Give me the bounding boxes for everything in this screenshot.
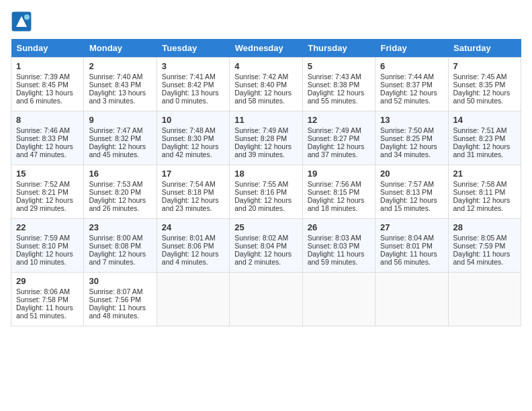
- day-number: 18: [234, 169, 297, 179]
- col-sunday: Sunday: [11, 39, 84, 58]
- daylight-text: Daylight: 12 hours and 50 minutes.: [453, 89, 511, 105]
- sunrise-text: Sunrise: 7:49 AM: [308, 126, 361, 134]
- daylight-text: Daylight: 13 hours and 6 minutes.: [16, 89, 73, 105]
- calendar-cell: 20Sunrise: 7:57 AMSunset: 8:13 PMDayligh…: [375, 165, 448, 219]
- calendar-cell: [157, 273, 229, 326]
- day-number: 3: [162, 61, 224, 71]
- calendar-cell: 8Sunrise: 7:46 AMSunset: 8:33 PMDaylight…: [11, 111, 84, 165]
- calendar-cell: 5Sunrise: 7:43 AMSunset: 8:38 PMDaylight…: [302, 58, 375, 111]
- sunrise-text: Sunrise: 8:02 AM: [234, 234, 288, 242]
- sunset-text: Sunset: 8:03 PM: [308, 242, 360, 250]
- sunrise-text: Sunrise: 7:43 AM: [308, 73, 361, 81]
- daylight-text: Daylight: 11 hours and 59 minutes.: [308, 250, 365, 266]
- daylight-text: Daylight: 13 hours and 0 minutes.: [162, 89, 219, 105]
- col-wednesday: Wednesday: [230, 39, 302, 58]
- day-number: 23: [89, 222, 151, 232]
- sunrise-text: Sunrise: 7:54 AM: [162, 180, 216, 188]
- day-number: 12: [308, 115, 370, 125]
- col-tuesday: Tuesday: [157, 39, 229, 58]
- sunset-text: Sunset: 8:18 PM: [162, 188, 214, 196]
- sunrise-text: Sunrise: 7:42 AM: [234, 73, 288, 81]
- daylight-text: Daylight: 12 hours and 39 minutes.: [234, 142, 292, 158]
- sunset-text: Sunset: 8:15 PM: [308, 188, 360, 196]
- calendar-cell: 11Sunrise: 7:49 AMSunset: 8:28 PMDayligh…: [230, 111, 302, 165]
- daylight-text: Daylight: 12 hours and 45 minutes.: [89, 142, 146, 158]
- daylight-text: Daylight: 12 hours and 20 minutes.: [234, 196, 292, 212]
- calendar-cell: 27Sunrise: 8:04 AMSunset: 8:01 PMDayligh…: [375, 219, 448, 273]
- day-number: 19: [308, 169, 370, 179]
- day-number: 11: [234, 115, 297, 125]
- sunset-text: Sunset: 8:08 PM: [89, 242, 141, 250]
- calendar-cell: [375, 273, 448, 326]
- sunrise-text: Sunrise: 8:00 AM: [89, 234, 142, 242]
- sunrise-text: Sunrise: 8:04 AM: [380, 234, 434, 242]
- col-thursday: Thursday: [302, 39, 375, 58]
- day-number: 10: [162, 115, 224, 125]
- calendar-cell: 18Sunrise: 7:55 AMSunset: 8:16 PMDayligh…: [230, 165, 302, 219]
- calendar-cell: 19Sunrise: 7:56 AMSunset: 8:15 PMDayligh…: [302, 165, 375, 219]
- calendar-cell: 29Sunrise: 8:06 AMSunset: 7:58 PMDayligh…: [11, 273, 84, 326]
- daylight-text: Daylight: 12 hours and 29 minutes.: [16, 196, 73, 212]
- sunset-text: Sunset: 7:58 PM: [16, 295, 69, 304]
- day-number: 14: [453, 115, 516, 125]
- day-number: 21: [453, 169, 516, 179]
- sunrise-text: Sunrise: 7:39 AM: [16, 73, 70, 81]
- sunrise-text: Sunrise: 7:53 AM: [89, 180, 142, 188]
- sunset-text: Sunset: 8:27 PM: [308, 134, 360, 142]
- sunrise-text: Sunrise: 8:07 AM: [89, 287, 142, 295]
- daylight-text: Daylight: 12 hours and 2 minutes.: [234, 250, 292, 266]
- sunrise-text: Sunrise: 8:03 AM: [308, 234, 361, 242]
- day-number: 8: [16, 115, 79, 125]
- sunset-text: Sunset: 8:33 PM: [16, 134, 69, 142]
- calendar-cell: 23Sunrise: 8:00 AMSunset: 8:08 PMDayligh…: [84, 219, 157, 273]
- col-saturday: Saturday: [448, 39, 521, 58]
- day-number: 29: [16, 276, 79, 286]
- day-number: 27: [380, 222, 443, 232]
- logo: [11, 11, 35, 32]
- daylight-text: Daylight: 12 hours and 7 minutes.: [89, 250, 146, 266]
- sunrise-text: Sunrise: 7:40 AM: [89, 73, 142, 81]
- sunset-text: Sunset: 8:25 PM: [380, 134, 433, 142]
- sunset-text: Sunset: 8:20 PM: [89, 188, 141, 196]
- calendar-cell: 3Sunrise: 7:41 AMSunset: 8:42 PMDaylight…: [157, 58, 229, 111]
- sunrise-text: Sunrise: 7:48 AM: [162, 126, 216, 134]
- sunset-text: Sunset: 8:23 PM: [453, 134, 506, 142]
- sunset-text: Sunset: 8:38 PM: [308, 81, 360, 89]
- day-number: 28: [453, 222, 516, 232]
- sunset-text: Sunset: 7:59 PM: [453, 242, 506, 250]
- sunrise-text: Sunrise: 8:05 AM: [453, 234, 507, 242]
- daylight-text: Daylight: 12 hours and 52 minutes.: [380, 89, 437, 105]
- sunrise-text: Sunrise: 7:52 AM: [16, 180, 70, 188]
- day-number: 6: [380, 61, 443, 71]
- daylight-text: Daylight: 12 hours and 26 minutes.: [89, 196, 146, 212]
- calendar-cell: 13Sunrise: 7:50 AMSunset: 8:25 PMDayligh…: [375, 111, 448, 165]
- daylight-text: Daylight: 12 hours and 47 minutes.: [16, 142, 73, 158]
- sunset-text: Sunset: 8:04 PM: [234, 242, 287, 250]
- calendar-cell: 2Sunrise: 7:40 AMSunset: 8:43 PMDaylight…: [84, 58, 157, 111]
- logo-icon: [11, 11, 32, 32]
- calendar-cell: 24Sunrise: 8:01 AMSunset: 8:06 PMDayligh…: [157, 219, 229, 273]
- sunrise-text: Sunrise: 7:56 AM: [308, 180, 361, 188]
- sunrise-text: Sunrise: 7:46 AM: [16, 126, 70, 134]
- calendar-cell: 21Sunrise: 7:58 AMSunset: 8:11 PMDayligh…: [448, 165, 521, 219]
- sunset-text: Sunset: 8:32 PM: [89, 134, 141, 142]
- calendar-cell: 14Sunrise: 7:51 AMSunset: 8:23 PMDayligh…: [448, 111, 521, 165]
- calendar-cell: 6Sunrise: 7:44 AMSunset: 8:37 PMDaylight…: [375, 58, 448, 111]
- calendar-cell: 7Sunrise: 7:45 AMSunset: 8:35 PMDaylight…: [448, 58, 521, 111]
- header-row: Sunday Monday Tuesday Wednesday Thursday…: [11, 39, 521, 58]
- col-friday: Friday: [375, 39, 448, 58]
- sunset-text: Sunset: 8:06 PM: [162, 242, 214, 250]
- day-number: 26: [308, 222, 370, 232]
- daylight-text: Daylight: 12 hours and 34 minutes.: [380, 142, 437, 158]
- day-number: 25: [234, 222, 297, 232]
- sunset-text: Sunset: 8:30 PM: [162, 134, 214, 142]
- calendar-cell: 30Sunrise: 8:07 AMSunset: 7:56 PMDayligh…: [84, 273, 157, 326]
- calendar-cell: 16Sunrise: 7:53 AMSunset: 8:20 PMDayligh…: [84, 165, 157, 219]
- calendar-week-5: 29Sunrise: 8:06 AMSunset: 7:58 PMDayligh…: [11, 273, 521, 326]
- sunset-text: Sunset: 8:01 PM: [380, 242, 433, 250]
- sunset-text: Sunset: 8:11 PM: [453, 188, 506, 196]
- sunset-text: Sunset: 8:21 PM: [16, 188, 69, 196]
- sunrise-text: Sunrise: 7:45 AM: [453, 73, 507, 81]
- sunrise-text: Sunrise: 7:44 AM: [380, 73, 434, 81]
- sunrise-text: Sunrise: 7:51 AM: [453, 126, 507, 134]
